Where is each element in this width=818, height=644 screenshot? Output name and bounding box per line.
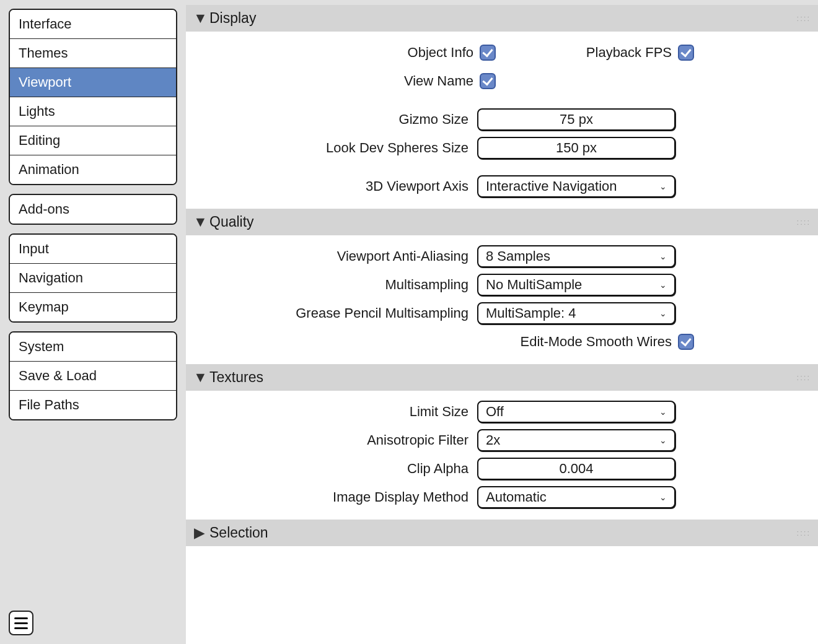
select-image-display-method[interactable]: Automatic⌄ [477,486,675,508]
label-anisotropic-filter: Anisotropic Filter [192,432,477,448]
sidebar-item-label: Input [19,241,49,256]
value: MultiSample: 4 [486,305,576,321]
panel-header-selection[interactable]: ▶ Selection :::: [186,520,818,546]
label-multisampling: Multisampling [192,277,477,293]
sidebar-item-label: Add-ons [19,201,69,217]
sidebar-item-label: Viewport [19,74,71,90]
drag-grip-icon[interactable]: :::: [797,528,811,537]
sidebar-item-input[interactable]: Input [10,235,176,264]
panel-header-quality[interactable]: ▼ Quality :::: [186,209,818,235]
sidebar-item-label: Navigation [19,270,83,285]
chevron-down-icon: ⌄ [659,492,667,502]
sidebar-item-label: Editing [19,133,60,148]
sidebar-item-navigation[interactable]: Navigation [10,264,176,293]
panel-title: Textures [209,369,263,386]
label-clip-alpha: Clip Alpha [192,461,477,477]
select-anisotropic-filter[interactable]: 2x⌄ [477,429,675,451]
sidebar-item-file-paths[interactable]: File Paths [10,391,176,419]
preferences-menu-button[interactable] [9,611,33,635]
nav-group-3: System Save & Load File Paths [9,331,177,420]
drag-grip-icon[interactable]: :::: [797,217,811,227]
value: 150 px [556,140,597,156]
hamburger-icon [14,627,28,629]
input-lookdev-size[interactable]: 150 px [477,137,675,159]
label-3d-viewport-axis: 3D Viewport Axis [192,178,477,194]
select-limit-size[interactable]: Off⌄ [477,401,675,423]
checkbox-edit-smooth-wires[interactable] [678,334,694,350]
disclosure-open-icon: ▼ [193,214,206,230]
value: Automatic [486,489,547,505]
drag-grip-icon[interactable]: :::: [797,373,811,382]
panel-title: Selection [209,524,268,541]
chevron-down-icon: ⌄ [659,181,667,191]
chevron-down-icon: ⌄ [659,251,667,261]
chevron-down-icon: ⌄ [659,435,667,445]
sidebar-item-system[interactable]: System [10,333,176,362]
chevron-down-icon: ⌄ [659,407,667,417]
hamburger-icon [14,617,28,619]
input-clip-alpha[interactable]: 0.004 [477,458,675,480]
sidebar-item-label: System [19,339,64,354]
label-lookdev-size: Look Dev Spheres Size [192,140,477,156]
nav-group-2: Input Navigation Keymap [9,233,177,323]
sidebar-item-keymap[interactable]: Keymap [10,293,176,321]
nav-group-1: Add-ons [9,194,177,225]
panel-body-textures: Limit Size Off⌄ Anisotropic Filter 2x⌄ C… [186,391,818,520]
select-3d-viewport-axis[interactable]: Interactive Navigation⌄ [477,175,675,198]
label-view-name: View Name [192,73,477,89]
value: Interactive Navigation [486,178,617,194]
label-object-info: Object Info [192,45,477,61]
select-gp-multisampling[interactable]: MultiSample: 4⌄ [477,302,675,324]
value: Off [486,404,504,420]
chevron-down-icon: ⌄ [659,308,667,318]
sidebar-item-viewport[interactable]: Viewport [10,68,176,97]
value: No MultiSample [486,277,582,293]
chevron-down-icon: ⌄ [659,280,667,290]
checkbox-playback-fps[interactable] [678,45,694,61]
sidebar-item-save-load[interactable]: Save & Load [10,362,176,391]
sidebar-item-animation[interactable]: Animation [10,155,176,184]
panel-body-display: Object Info Playback FPS View Name Gizmo… [186,32,818,209]
label-edit-smooth-wires: Edit-Mode Smooth Wires [502,334,675,350]
sidebar-item-lights[interactable]: Lights [10,97,176,126]
select-multisampling[interactable]: No MultiSample⌄ [477,274,675,296]
preferences-sidebar: Interface Themes Viewport Lights Editing… [0,0,186,644]
panel-title: Display [209,10,256,27]
sidebar-item-label: Animation [19,162,79,177]
label-playback-fps: Playback FPS [502,45,675,61]
panel-header-display[interactable]: ▼ Display :::: [186,5,818,32]
preferences-main: ▼ Display :::: Object Info Playback FPS … [186,0,818,644]
value: 8 Samples [486,248,550,264]
disclosure-closed-icon: ▶ [193,524,206,541]
sidebar-item-addons[interactable]: Add-ons [10,195,176,224]
disclosure-open-icon: ▼ [193,10,206,27]
sidebar-item-label: Lights [19,103,55,119]
sidebar-item-label: File Paths [19,397,79,412]
empty-area [186,546,818,644]
label-image-display-method: Image Display Method [192,489,477,505]
checkbox-object-info[interactable] [480,45,496,61]
checkbox-view-name[interactable] [480,73,496,89]
label-viewport-aa: Viewport Anti-Aliasing [192,248,477,264]
sidebar-item-label: Save & Load [19,368,97,383]
sidebar-item-editing[interactable]: Editing [10,126,176,155]
label-gizmo-size: Gizmo Size [192,111,477,128]
sidebar-item-interface[interactable]: Interface [10,10,176,39]
drag-grip-icon[interactable]: :::: [797,14,811,23]
nav-group-0: Interface Themes Viewport Lights Editing… [9,9,177,185]
input-gizmo-size[interactable]: 75 px [477,108,675,131]
disclosure-open-icon: ▼ [193,369,206,386]
hamburger-icon [14,622,28,624]
select-viewport-aa[interactable]: 8 Samples⌄ [477,245,675,268]
sidebar-item-label: Interface [19,16,72,32]
value: 2x [486,432,500,448]
sidebar-item-themes[interactable]: Themes [10,39,176,68]
label-gp-multisampling: Grease Pencil Multisampling [192,305,477,321]
sidebar-item-label: Keymap [19,299,69,315]
panel-title: Quality [209,214,254,230]
value: 75 px [560,111,593,128]
value: 0.004 [559,461,593,477]
panel-header-textures[interactable]: ▼ Textures :::: [186,364,818,391]
sidebar-item-label: Themes [19,45,68,61]
label-limit-size: Limit Size [192,404,477,420]
